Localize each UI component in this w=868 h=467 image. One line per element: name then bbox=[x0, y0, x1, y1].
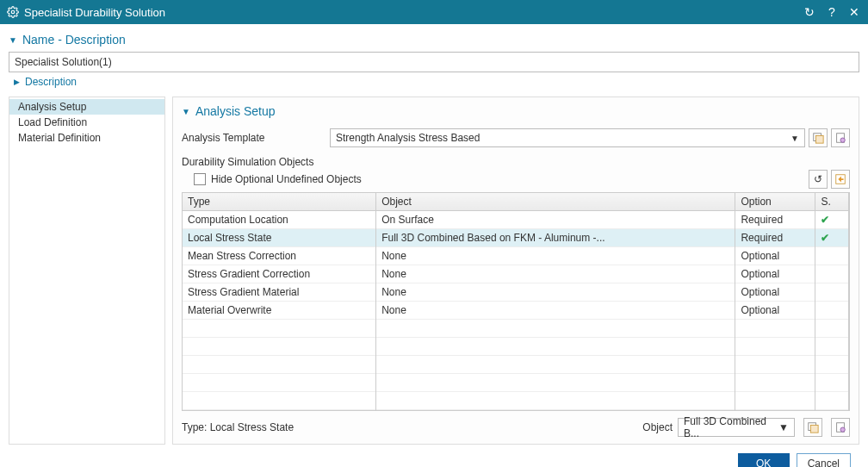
col-object[interactable]: Object bbox=[376, 193, 735, 211]
cell-option: Required bbox=[735, 211, 815, 229]
footer-object-dropdown[interactable]: Full 3D Combined B... ▼ bbox=[678, 418, 795, 437]
cell-object: None bbox=[376, 265, 735, 283]
cell-status bbox=[815, 265, 849, 283]
gear-icon bbox=[7, 6, 19, 18]
svg-point-9 bbox=[840, 427, 845, 432]
col-status[interactable]: S. bbox=[815, 193, 849, 211]
cell-option: Required bbox=[735, 229, 815, 247]
cell-object: On Surface bbox=[376, 211, 735, 229]
table-row[interactable]: Material OverwriteNoneOptional bbox=[183, 302, 849, 320]
template-value: Strength Analysis Stress Based bbox=[336, 132, 480, 144]
objects-table: Type Object Option S. Computation Locati… bbox=[182, 192, 850, 411]
hide-optional-label: Hide Optional Undefined Objects bbox=[211, 173, 362, 185]
template-action1-button[interactable] bbox=[809, 128, 828, 147]
footer-object-value: Full 3D Combined B... bbox=[684, 415, 778, 439]
table-row-empty: . bbox=[183, 374, 849, 392]
navigation-sidebar: Analysis SetupLoad DefinitionMaterial De… bbox=[9, 97, 165, 445]
titlebar: Specialist Durability Solution ↻ ? ✕ bbox=[0, 0, 868, 24]
expand-icon: ▶ bbox=[14, 78, 20, 86]
cell-object: None bbox=[376, 283, 735, 302]
table-row[interactable]: Stress Gradient MaterialNoneOptional bbox=[183, 283, 849, 302]
cancel-button[interactable]: Cancel bbox=[797, 453, 851, 467]
cell-type: Material Overwrite bbox=[183, 302, 376, 320]
cell-option: Optional bbox=[735, 283, 815, 302]
footer-type-label: Type: Local Stress State bbox=[182, 421, 294, 433]
cell-object: None bbox=[376, 247, 735, 265]
table-row-empty: . bbox=[183, 392, 849, 410]
cell-option: Optional bbox=[735, 302, 815, 320]
template-label: Analysis Template bbox=[182, 132, 330, 144]
collapse-icon: ▼ bbox=[182, 107, 190, 116]
analysis-setup-header[interactable]: ▼ Analysis Setup bbox=[182, 104, 850, 118]
cell-type: Stress Gradient Correction bbox=[183, 265, 376, 283]
chevron-down-icon: ▼ bbox=[790, 134, 799, 143]
hide-optional-checkbox[interactable]: Hide Optional Undefined Objects bbox=[194, 173, 362, 185]
analysis-template-dropdown[interactable]: Strength Analysis Stress Based ▼ bbox=[330, 128, 805, 147]
main-panel: ▼ Analysis Setup Analysis Template Stren… bbox=[172, 97, 859, 445]
cell-option: Optional bbox=[735, 265, 815, 283]
table-row-empty: . bbox=[183, 338, 849, 356]
cell-type: Local Stress State bbox=[183, 229, 376, 247]
help-icon[interactable]: ? bbox=[825, 6, 839, 18]
footer-action1-button[interactable] bbox=[803, 418, 822, 437]
cell-option: Optional bbox=[735, 247, 815, 265]
footer-object-label: Object bbox=[642, 421, 673, 433]
cell-status bbox=[815, 283, 849, 302]
template-action2-button[interactable] bbox=[831, 128, 850, 147]
cell-object: Full 3D Combined Based on FKM - Aluminum… bbox=[376, 229, 735, 247]
checkbox-icon bbox=[194, 173, 206, 185]
analysis-setup-label: Analysis Setup bbox=[195, 104, 276, 118]
close-icon[interactable]: ✕ bbox=[847, 6, 861, 18]
chevron-down-icon: ▼ bbox=[778, 421, 789, 433]
cell-type: Mean Stress Correction bbox=[183, 247, 376, 265]
table-action-button[interactable] bbox=[831, 170, 850, 189]
footer-action2-button[interactable] bbox=[831, 418, 850, 437]
description-label: Description bbox=[25, 76, 77, 88]
solution-name-input[interactable] bbox=[9, 52, 859, 72]
sim-objects-label: Durability Simulation Objects bbox=[182, 156, 850, 168]
window-title: Specialist Durability Solution bbox=[24, 6, 794, 19]
reset-button[interactable]: ↺ bbox=[809, 170, 828, 189]
cell-status: ✔ bbox=[815, 229, 849, 247]
table-row[interactable]: Stress Gradient CorrectionNoneOptional bbox=[183, 265, 849, 283]
cell-type: Stress Gradient Material bbox=[183, 283, 376, 302]
table-row[interactable]: Computation LocationOn SurfaceRequired✔ bbox=[183, 211, 849, 229]
table-row[interactable]: Local Stress StateFull 3D Combined Based… bbox=[183, 229, 849, 247]
description-toggle[interactable]: ▶ Description bbox=[14, 76, 859, 88]
sidebar-item-material-definition[interactable]: Material Definition bbox=[9, 130, 164, 146]
table-row-empty: . bbox=[183, 356, 849, 374]
refresh-icon[interactable]: ↻ bbox=[803, 6, 816, 18]
name-description-label: Name - Description bbox=[22, 33, 126, 47]
svg-point-0 bbox=[11, 10, 15, 14]
sidebar-item-analysis-setup[interactable]: Analysis Setup bbox=[9, 99, 164, 115]
ok-button[interactable]: OK bbox=[738, 453, 790, 467]
cell-object: None bbox=[376, 302, 735, 320]
table-row-empty: . bbox=[183, 320, 849, 338]
col-type[interactable]: Type bbox=[183, 193, 376, 211]
sidebar-item-load-definition[interactable]: Load Definition bbox=[9, 115, 164, 130]
cell-status bbox=[815, 247, 849, 265]
table-row[interactable]: Mean Stress CorrectionNoneOptional bbox=[183, 247, 849, 265]
svg-rect-7 bbox=[810, 425, 818, 433]
name-description-header[interactable]: ▼ Name - Description bbox=[9, 33, 859, 47]
cell-status: ✔ bbox=[815, 211, 849, 229]
cell-type: Computation Location bbox=[183, 211, 376, 229]
col-option[interactable]: Option bbox=[735, 193, 815, 211]
svg-rect-2 bbox=[815, 135, 823, 143]
svg-point-4 bbox=[840, 138, 845, 142]
collapse-icon: ▼ bbox=[9, 35, 17, 45]
cell-status bbox=[815, 302, 849, 320]
